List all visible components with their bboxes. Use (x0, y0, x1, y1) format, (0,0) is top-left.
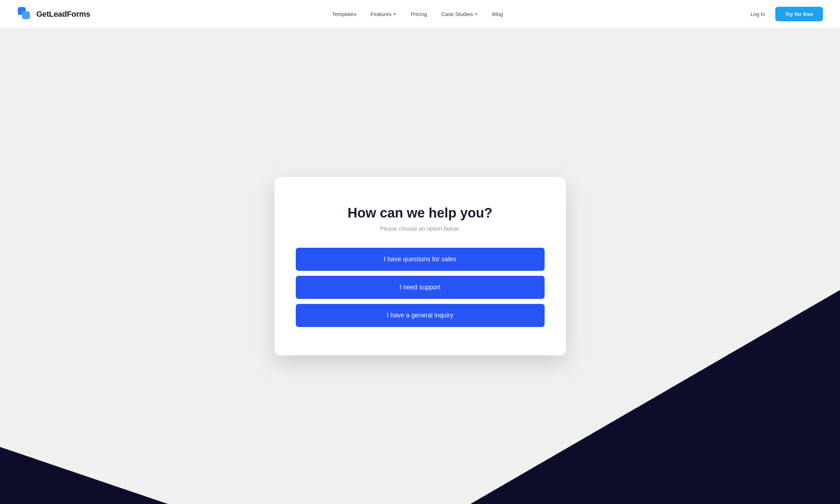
option-support-button[interactable]: I need support (296, 276, 545, 299)
navbar: GetLeadForms Templates Features ▼ Pricin… (0, 0, 840, 28)
brand-name: GetLeadForms (36, 10, 90, 19)
chevron-down-icon: ▼ (475, 12, 478, 16)
logo-icon (17, 6, 33, 22)
card-title: How can we help you? (348, 205, 493, 221)
card-subtitle: Please choose an option below: (380, 226, 460, 232)
option-inquiry-button[interactable]: I have a general inquiry (296, 304, 545, 327)
nav-item-templates[interactable]: Templates (326, 8, 362, 20)
nav-item-pricing[interactable]: Pricing (405, 8, 433, 20)
logo-link[interactable]: GetLeadForms (17, 6, 90, 22)
nav-item-blog[interactable]: Blog (487, 8, 509, 20)
nav-item-case-studies[interactable]: Case Studies ▼ (435, 8, 483, 20)
svg-rect-1 (22, 11, 30, 19)
login-link[interactable]: Log In (745, 8, 771, 20)
navbar-actions: Log In Try for free (745, 7, 823, 21)
nav-item-features[interactable]: Features ▼ (365, 8, 402, 20)
main-content: How can we help you? Please choose an op… (0, 28, 840, 504)
nav-links: Templates Features ▼ Pricing Case Studie… (326, 8, 509, 20)
chevron-down-icon: ▼ (393, 12, 397, 16)
try-for-free-button[interactable]: Try for free (775, 7, 823, 21)
help-card: How can we help you? Please choose an op… (274, 177, 566, 355)
options-list: I have questions for sales I need suppor… (296, 248, 545, 327)
option-sales-button[interactable]: I have questions for sales (296, 248, 545, 271)
